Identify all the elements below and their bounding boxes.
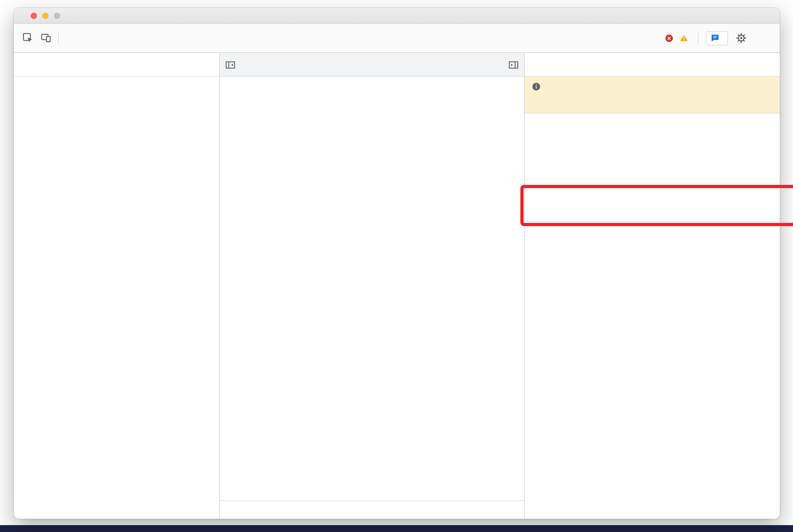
minimize-window-button[interactable] <box>42 13 49 19</box>
file-tree <box>14 77 219 519</box>
navigator-toggle-icon[interactable] <box>220 53 241 76</box>
navigator-tabbar <box>14 53 219 77</box>
issues-icon <box>711 34 719 42</box>
paused-banner <box>525 77 780 114</box>
tab-page[interactable] <box>16 53 32 76</box>
debugger-panel <box>525 53 780 519</box>
traffic-lights <box>31 13 60 19</box>
warning-icon <box>680 34 688 42</box>
editor-panel <box>220 53 525 519</box>
settings-gear-icon[interactable] <box>732 29 750 47</box>
devtools-main-toolbar <box>14 24 780 53</box>
debugger-toolbar <box>525 53 780 77</box>
issues-chip[interactable] <box>706 31 728 45</box>
toolbar-separator <box>58 31 59 45</box>
main-menu-kebab-icon[interactable] <box>754 29 772 47</box>
code-editor[interactable] <box>220 77 524 500</box>
debugger-sections <box>525 114 780 519</box>
toolbar-right-cluster <box>665 29 775 47</box>
editor-overflow-icon[interactable] <box>503 53 524 76</box>
background-page-strip <box>0 525 793 532</box>
warning-badge[interactable] <box>680 34 691 42</box>
close-window-button[interactable] <box>31 13 37 19</box>
info-icon <box>532 82 541 91</box>
error-icon <box>665 34 673 42</box>
zoom-window-button[interactable] <box>54 13 60 19</box>
editor-tabbar <box>220 53 524 77</box>
tab-filesystem[interactable] <box>32 53 48 76</box>
devtools-main-area <box>14 53 780 519</box>
device-toolbar-icon[interactable] <box>37 29 55 47</box>
window-titlebar[interactable] <box>14 8 780 24</box>
toolbar-separator <box>698 31 698 45</box>
error-badge[interactable] <box>665 34 676 42</box>
editor-statusbar <box>220 500 524 519</box>
navigator-panel <box>14 53 220 519</box>
inspect-element-icon[interactable] <box>19 29 37 47</box>
devtools-window <box>14 8 780 519</box>
desktop <box>0 0 793 532</box>
